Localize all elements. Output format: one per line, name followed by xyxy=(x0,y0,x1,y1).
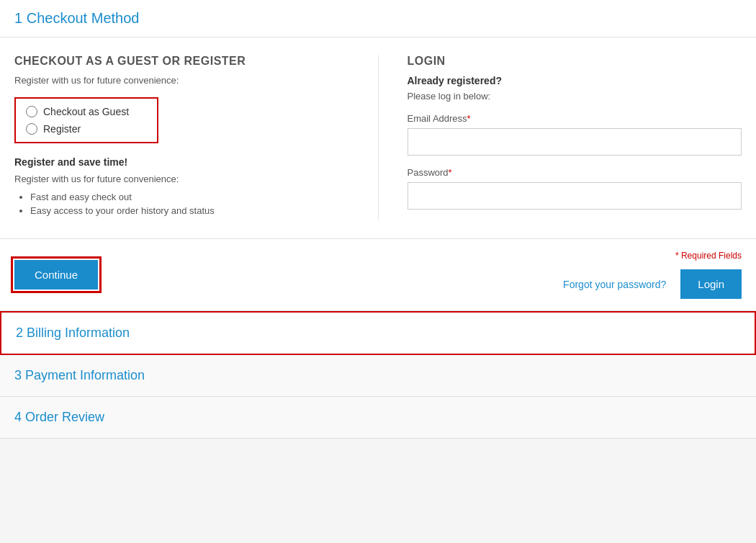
continue-button[interactable]: Continue xyxy=(14,260,98,290)
checkout-guest-radio[interactable] xyxy=(26,106,37,117)
benefits-list: Fast and easy check out Easy access to y… xyxy=(14,192,349,216)
password-input[interactable] xyxy=(408,182,742,210)
page-wrapper: 1 Checkout Method CHECKOUT AS A GUEST OR… xyxy=(0,0,756,439)
register-with-us-text: Register with us for future convenience: xyxy=(14,75,349,86)
email-required-star: * xyxy=(467,113,471,124)
checkout-actions-bar: Continue * Required Fields Forgot your p… xyxy=(0,239,756,311)
login-row: Forgot your password? Login xyxy=(563,269,742,299)
already-registered-text: Already registered? xyxy=(408,75,742,86)
register-save-desc: Register with us for future convenience: xyxy=(14,174,349,184)
password-form-group: Password* xyxy=(408,167,742,210)
required-fields-note: * Required Fields xyxy=(675,251,742,261)
payment-information-section: 3 Payment Information xyxy=(0,355,756,397)
checkout-options-group: Checkout as Guest Register xyxy=(14,97,158,143)
forgot-password-link[interactable]: Forgot your password? xyxy=(563,279,666,290)
billing-information-title: 2 Billing Information xyxy=(16,326,740,341)
billing-information-section: 2 Billing Information xyxy=(0,311,756,355)
checkout-method-body: CHECKOUT AS A GUEST OR REGISTER Register… xyxy=(0,37,756,239)
please-log-in-text: Please log in below: xyxy=(408,91,742,102)
login-button[interactable]: Login xyxy=(680,269,742,299)
checkout-guest-label[interactable]: Checkout as Guest xyxy=(43,106,129,117)
right-column: LOGIN Already registered? Please log in … xyxy=(378,55,742,221)
register-radio[interactable] xyxy=(26,123,37,135)
login-heading: LOGIN xyxy=(408,55,742,68)
register-save-title: Register and save time! xyxy=(14,156,349,168)
register-option[interactable]: Register xyxy=(26,123,147,135)
checkout-method-title: 1 Checkout Method xyxy=(14,10,742,27)
email-input[interactable] xyxy=(408,128,742,156)
order-review-title: 4 Order Review xyxy=(14,410,742,425)
left-actions: Continue xyxy=(14,260,98,290)
left-column: CHECKOUT AS A GUEST OR REGISTER Register… xyxy=(14,55,378,221)
email-label: Email Address* xyxy=(408,113,742,124)
right-actions: * Required Fields Forgot your password? … xyxy=(563,251,742,299)
benefit-item-1: Fast and easy check out xyxy=(30,192,349,202)
checkout-guest-option[interactable]: Checkout as Guest xyxy=(26,106,147,117)
continue-button-wrapper: Continue xyxy=(14,260,98,290)
email-form-group: Email Address* xyxy=(408,113,742,156)
payment-information-title: 3 Payment Information xyxy=(14,368,742,383)
guest-register-heading: CHECKOUT AS A GUEST OR REGISTER xyxy=(14,55,349,68)
register-label[interactable]: Register xyxy=(43,123,81,135)
checkout-method-section-header: 1 Checkout Method xyxy=(0,0,756,37)
password-label: Password* xyxy=(408,167,742,178)
benefit-item-2: Easy access to your order history and st… xyxy=(30,205,349,216)
password-required-star: * xyxy=(449,167,452,178)
order-review-section: 4 Order Review xyxy=(0,397,756,439)
